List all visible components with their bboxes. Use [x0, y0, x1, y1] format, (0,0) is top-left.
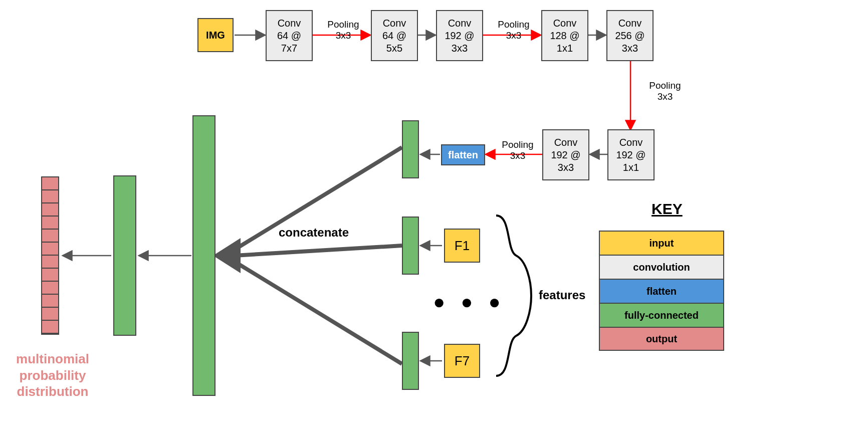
- fc-large: [192, 115, 215, 396]
- conv-6: Conv 192 @ 1x1: [607, 129, 655, 180]
- key-output: output: [599, 327, 724, 351]
- key-conv: convolution: [599, 255, 724, 279]
- key-title: KEY: [652, 200, 683, 218]
- diagram-canvas: IMG Conv 64 @ 7x7 Pooling 3x3 Conv 64 @ …: [0, 0, 868, 427]
- img-label: IMG: [206, 29, 225, 42]
- pool-1-label: Pooling 3x3: [321, 19, 366, 41]
- conv-4: Conv 128 @ 1x1: [541, 10, 588, 61]
- concat-label: concatenate: [279, 226, 349, 240]
- feature-f1: F1: [444, 229, 480, 263]
- svg-line-13: [235, 246, 402, 256]
- pool-4-label: Pooling 3x3: [495, 139, 540, 161]
- conv-2: Conv 64 @ 5x5: [371, 10, 418, 61]
- flatten-box: flatten: [441, 144, 485, 165]
- conv-3: Conv 192 @ 3x3: [436, 10, 483, 61]
- features-label: features: [539, 288, 585, 302]
- img-input: IMG: [197, 18, 234, 52]
- conv-1: Conv 64 @ 7x7: [266, 10, 313, 61]
- key-fc: fully-connected: [599, 303, 724, 327]
- output-stack: [41, 176, 59, 335]
- ellipsis: ● ● ●: [433, 291, 506, 313]
- key-input: input: [599, 231, 724, 255]
- pool-2-label: Pooling 3x3: [491, 19, 536, 41]
- fc-small-3: [402, 332, 419, 390]
- svg-line-14: [235, 262, 402, 364]
- feature-f7: F7: [444, 344, 480, 378]
- conv-7: Conv 192 @ 3x3: [542, 129, 589, 180]
- pool-3-label: Pooling 3x3: [642, 80, 688, 102]
- fc-small-2: [402, 217, 419, 275]
- svg-marker-11: [213, 238, 241, 273]
- conv-5: Conv 256 @ 3x3: [606, 10, 654, 61]
- output-label: multinomial probability distribution: [10, 351, 95, 400]
- fc-small-1: [402, 120, 419, 178]
- key-flatten: flatten: [599, 279, 724, 303]
- fc-medium: [113, 175, 136, 336]
